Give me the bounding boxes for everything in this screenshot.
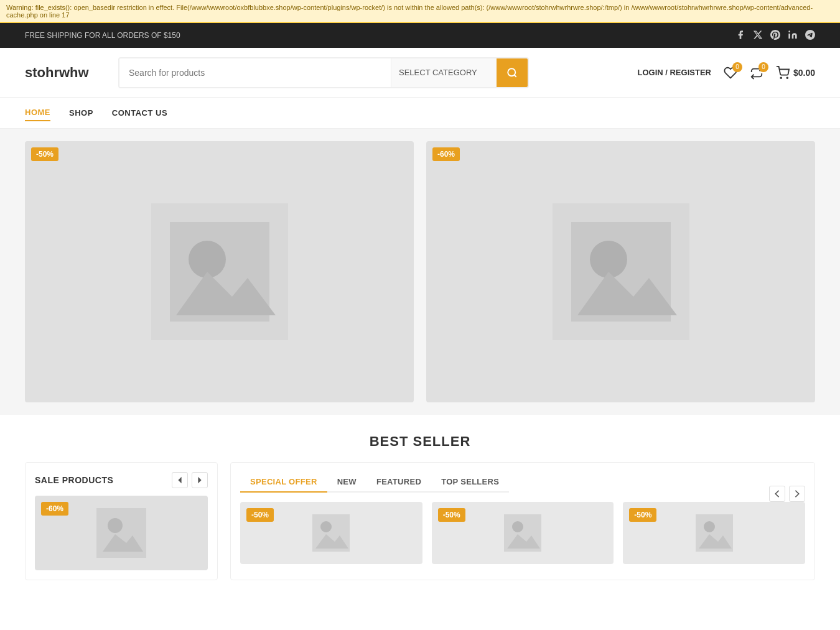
slide-1-placeholder (151, 203, 288, 340)
sale-next-button[interactable] (192, 472, 208, 488)
svg-point-4 (786, 77, 788, 78)
wishlist-badge: 0 (732, 62, 742, 72)
social-links (735, 30, 815, 42)
search-input[interactable] (119, 58, 391, 87)
search-button[interactable] (497, 58, 528, 87)
top-bar: FREE SHIPPING FOR ALL ORDERS OF $150 (0, 23, 840, 48)
nav-item-contact[interactable]: CONTACT US (112, 105, 167, 121)
search-icon (506, 67, 518, 78)
special-product-2-discount: -50% (438, 508, 465, 522)
svg-point-3 (780, 77, 782, 78)
special-next-button[interactable] (789, 486, 805, 502)
compare-badge: 0 (758, 62, 768, 72)
special-placeholder-2 (504, 514, 541, 552)
special-panel-arrows (769, 486, 805, 502)
special-product-2[interactable]: -50% (432, 502, 614, 564)
svg-point-20 (512, 521, 523, 532)
header: stohrwhw SELECT CATEGORY LOGIN / REGISTE… (0, 48, 840, 98)
facebook-link[interactable] (735, 30, 745, 42)
login-link[interactable]: LOGIN / REGISTER (637, 68, 711, 77)
cart-button[interactable]: $0.00 (776, 66, 815, 80)
warning-text: Warning: file_exists(): open_basedir res… (6, 4, 813, 19)
sale-panel-title: SALE PRODUCTS (35, 475, 113, 485)
svg-point-0 (788, 30, 790, 32)
slide-2[interactable]: -60% (426, 141, 815, 402)
svg-point-23 (704, 521, 715, 532)
bottom-panels: SALE PRODUCTS -60% SPECIAL OFFER (0, 456, 840, 593)
special-product-3-discount: -50% (629, 508, 656, 522)
search-area: SELECT CATEGORY (118, 57, 529, 88)
compare-button[interactable]: 0 (750, 66, 763, 80)
hero-slider: -50% -60% (0, 129, 840, 415)
svg-point-17 (320, 521, 332, 532)
slide-1-discount: -50% (31, 147, 58, 161)
nav-item-home[interactable]: HOME (25, 104, 50, 121)
pinterest-link[interactable] (770, 30, 780, 42)
special-product-grid: -50% -50% -50% (240, 502, 805, 564)
tab-featured[interactable]: FEATURED (366, 472, 431, 493)
linkedin-link[interactable] (788, 30, 798, 42)
tab-special-offer[interactable]: SPECIAL OFFER (240, 472, 327, 493)
twitter-link[interactable] (753, 30, 763, 42)
sale-product-discount: -60% (41, 502, 68, 516)
nav-item-shop[interactable]: SHOP (69, 105, 93, 121)
tab-top-sellers[interactable]: TOP SELLERS (431, 472, 509, 493)
svg-point-14 (108, 518, 123, 533)
special-tabs: SPECIAL OFFER NEW FEATURED TOP SELLERS (240, 472, 509, 493)
special-product-1-discount: -50% (246, 508, 274, 522)
tab-new[interactable]: NEW (327, 472, 366, 493)
svg-point-1 (508, 68, 515, 76)
shipping-notice: FREE SHIPPING FOR ALL ORDERS OF $150 (25, 31, 180, 40)
cart-icon (776, 66, 790, 80)
header-actions: LOGIN / REGISTER 0 0 $0.00 (637, 66, 815, 80)
special-arrow-left-icon (774, 489, 780, 498)
wishlist-button[interactable]: 0 (724, 66, 737, 80)
sale-product-item[interactable]: -60% (35, 496, 208, 570)
main-nav: HOME SHOP CONTACT US (0, 98, 840, 129)
sale-panel-arrows (172, 472, 208, 488)
special-panel-header: SPECIAL OFFER NEW FEATURED TOP SELLERS (240, 472, 805, 502)
warning-bar: Warning: file_exists(): open_basedir res… (0, 0, 840, 23)
svg-line-2 (514, 75, 516, 76)
sale-products-panel: SALE PRODUCTS -60% (25, 462, 218, 580)
sale-product-placeholder (96, 508, 146, 558)
special-placeholder-3 (696, 514, 733, 552)
slide-2-discount: -60% (432, 147, 460, 161)
best-seller-title: BEST SELLER (0, 415, 840, 456)
slide-1[interactable]: -50% (25, 141, 414, 402)
special-placeholder-1 (312, 514, 350, 552)
special-offer-panel: SPECIAL OFFER NEW FEATURED TOP SELLERS -… (230, 462, 815, 580)
cart-icon-wrapper (776, 66, 790, 80)
logo[interactable]: stohrwhw (25, 65, 106, 81)
special-arrow-right-icon (794, 489, 800, 498)
telegram-link[interactable] (805, 30, 815, 42)
sale-prev-button[interactable] (172, 472, 188, 488)
arrow-right-icon (197, 476, 203, 484)
category-select[interactable]: SELECT CATEGORY (391, 58, 497, 87)
special-prev-button[interactable] (769, 486, 785, 502)
special-product-1[interactable]: -50% (240, 502, 422, 564)
slide-2-placeholder (553, 203, 689, 340)
cart-price: $0.00 (793, 68, 815, 78)
arrow-left-icon (177, 476, 183, 484)
sale-panel-header: SALE PRODUCTS (35, 472, 208, 488)
special-product-3[interactable]: -50% (623, 502, 805, 564)
